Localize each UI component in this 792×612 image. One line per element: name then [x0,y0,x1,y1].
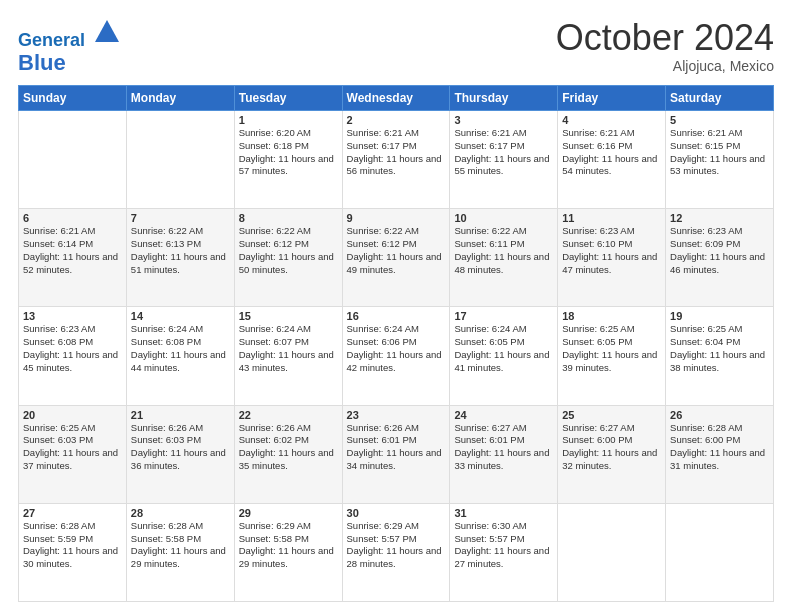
calendar-cell: 21Sunrise: 6:26 AMSunset: 6:03 PMDayligh… [126,405,234,503]
day-info: Sunrise: 6:21 AMSunset: 6:17 PMDaylight:… [454,127,553,178]
calendar-week-1: 1Sunrise: 6:20 AMSunset: 6:18 PMDaylight… [19,110,774,208]
day-info: Sunrise: 6:28 AMSunset: 5:58 PMDaylight:… [131,520,230,571]
day-number: 31 [454,507,553,519]
col-header-thursday: Thursday [450,85,558,110]
day-info: Sunrise: 6:30 AMSunset: 5:57 PMDaylight:… [454,520,553,571]
day-number: 1 [239,114,338,126]
calendar-cell: 15Sunrise: 6:24 AMSunset: 6:07 PMDayligh… [234,307,342,405]
day-info: Sunrise: 6:21 AMSunset: 6:15 PMDaylight:… [670,127,769,178]
calendar-cell: 25Sunrise: 6:27 AMSunset: 6:00 PMDayligh… [558,405,666,503]
day-info: Sunrise: 6:21 AMSunset: 6:17 PMDaylight:… [347,127,446,178]
col-header-wednesday: Wednesday [342,85,450,110]
day-number: 22 [239,409,338,421]
calendar-week-4: 20Sunrise: 6:25 AMSunset: 6:03 PMDayligh… [19,405,774,503]
day-number: 30 [347,507,446,519]
day-info: Sunrise: 6:27 AMSunset: 6:01 PMDaylight:… [454,422,553,473]
logo-icon [93,18,121,46]
day-info: Sunrise: 6:22 AMSunset: 6:11 PMDaylight:… [454,225,553,276]
day-number: 9 [347,212,446,224]
day-number: 24 [454,409,553,421]
calendar-cell: 8Sunrise: 6:22 AMSunset: 6:12 PMDaylight… [234,209,342,307]
svg-marker-0 [95,20,119,42]
calendar-cell: 26Sunrise: 6:28 AMSunset: 6:00 PMDayligh… [666,405,774,503]
calendar-week-2: 6Sunrise: 6:21 AMSunset: 6:14 PMDaylight… [19,209,774,307]
day-number: 17 [454,310,553,322]
calendar-cell [126,110,234,208]
calendar-cell: 22Sunrise: 6:26 AMSunset: 6:02 PMDayligh… [234,405,342,503]
day-number: 14 [131,310,230,322]
calendar-cell: 6Sunrise: 6:21 AMSunset: 6:14 PMDaylight… [19,209,127,307]
day-number: 19 [670,310,769,322]
col-header-sunday: Sunday [19,85,127,110]
day-number: 28 [131,507,230,519]
calendar-cell: 31Sunrise: 6:30 AMSunset: 5:57 PMDayligh… [450,503,558,601]
day-info: Sunrise: 6:28 AMSunset: 5:59 PMDaylight:… [23,520,122,571]
calendar-cell: 5Sunrise: 6:21 AMSunset: 6:15 PMDaylight… [666,110,774,208]
calendar-cell: 1Sunrise: 6:20 AMSunset: 6:18 PMDaylight… [234,110,342,208]
day-number: 21 [131,409,230,421]
day-number: 29 [239,507,338,519]
calendar-cell: 20Sunrise: 6:25 AMSunset: 6:03 PMDayligh… [19,405,127,503]
col-header-monday: Monday [126,85,234,110]
day-info: Sunrise: 6:22 AMSunset: 6:12 PMDaylight:… [347,225,446,276]
day-number: 16 [347,310,446,322]
calendar-cell: 2Sunrise: 6:21 AMSunset: 6:17 PMDaylight… [342,110,450,208]
day-info: Sunrise: 6:25 AMSunset: 6:03 PMDaylight:… [23,422,122,473]
day-number: 26 [670,409,769,421]
col-header-tuesday: Tuesday [234,85,342,110]
calendar-cell: 14Sunrise: 6:24 AMSunset: 6:08 PMDayligh… [126,307,234,405]
day-number: 8 [239,212,338,224]
day-info: Sunrise: 6:22 AMSunset: 6:13 PMDaylight:… [131,225,230,276]
day-info: Sunrise: 6:22 AMSunset: 6:12 PMDaylight:… [239,225,338,276]
day-number: 23 [347,409,446,421]
day-number: 15 [239,310,338,322]
day-info: Sunrise: 6:29 AMSunset: 5:58 PMDaylight:… [239,520,338,571]
day-info: Sunrise: 6:23 AMSunset: 6:08 PMDaylight:… [23,323,122,374]
calendar-cell: 29Sunrise: 6:29 AMSunset: 5:58 PMDayligh… [234,503,342,601]
logo-text: General [18,18,121,51]
location: Aljojuca, Mexico [556,58,774,74]
calendar-cell: 16Sunrise: 6:24 AMSunset: 6:06 PMDayligh… [342,307,450,405]
calendar-cell [558,503,666,601]
calendar-cell [19,110,127,208]
calendar-cell: 13Sunrise: 6:23 AMSunset: 6:08 PMDayligh… [19,307,127,405]
calendar-cell: 28Sunrise: 6:28 AMSunset: 5:58 PMDayligh… [126,503,234,601]
calendar-cell [666,503,774,601]
calendar-week-5: 27Sunrise: 6:28 AMSunset: 5:59 PMDayligh… [19,503,774,601]
day-number: 25 [562,409,661,421]
day-info: Sunrise: 6:20 AMSunset: 6:18 PMDaylight:… [239,127,338,178]
day-number: 6 [23,212,122,224]
header: General Blue October 2024 Aljojuca, Mexi… [18,18,774,75]
day-info: Sunrise: 6:27 AMSunset: 6:00 PMDaylight:… [562,422,661,473]
day-info: Sunrise: 6:24 AMSunset: 6:06 PMDaylight:… [347,323,446,374]
day-number: 13 [23,310,122,322]
day-info: Sunrise: 6:24 AMSunset: 6:05 PMDaylight:… [454,323,553,374]
calendar-cell: 10Sunrise: 6:22 AMSunset: 6:11 PMDayligh… [450,209,558,307]
day-info: Sunrise: 6:24 AMSunset: 6:08 PMDaylight:… [131,323,230,374]
day-number: 4 [562,114,661,126]
day-info: Sunrise: 6:23 AMSunset: 6:10 PMDaylight:… [562,225,661,276]
day-number: 5 [670,114,769,126]
logo-general: General [18,30,85,50]
calendar-cell: 18Sunrise: 6:25 AMSunset: 6:05 PMDayligh… [558,307,666,405]
day-info: Sunrise: 6:26 AMSunset: 6:02 PMDaylight:… [239,422,338,473]
day-number: 11 [562,212,661,224]
day-info: Sunrise: 6:26 AMSunset: 6:03 PMDaylight:… [131,422,230,473]
month-title: October 2024 [556,18,774,58]
day-number: 10 [454,212,553,224]
calendar-cell: 17Sunrise: 6:24 AMSunset: 6:05 PMDayligh… [450,307,558,405]
logo: General Blue [18,18,121,75]
calendar-cell: 23Sunrise: 6:26 AMSunset: 6:01 PMDayligh… [342,405,450,503]
day-number: 2 [347,114,446,126]
calendar-cell: 27Sunrise: 6:28 AMSunset: 5:59 PMDayligh… [19,503,127,601]
page: General Blue October 2024 Aljojuca, Mexi… [0,0,792,612]
calendar-cell: 9Sunrise: 6:22 AMSunset: 6:12 PMDaylight… [342,209,450,307]
day-number: 18 [562,310,661,322]
calendar-cell: 19Sunrise: 6:25 AMSunset: 6:04 PMDayligh… [666,307,774,405]
calendar-cell: 3Sunrise: 6:21 AMSunset: 6:17 PMDaylight… [450,110,558,208]
day-info: Sunrise: 6:25 AMSunset: 6:05 PMDaylight:… [562,323,661,374]
calendar-cell: 11Sunrise: 6:23 AMSunset: 6:10 PMDayligh… [558,209,666,307]
day-info: Sunrise: 6:24 AMSunset: 6:07 PMDaylight:… [239,323,338,374]
day-info: Sunrise: 6:29 AMSunset: 5:57 PMDaylight:… [347,520,446,571]
calendar-cell: 7Sunrise: 6:22 AMSunset: 6:13 PMDaylight… [126,209,234,307]
